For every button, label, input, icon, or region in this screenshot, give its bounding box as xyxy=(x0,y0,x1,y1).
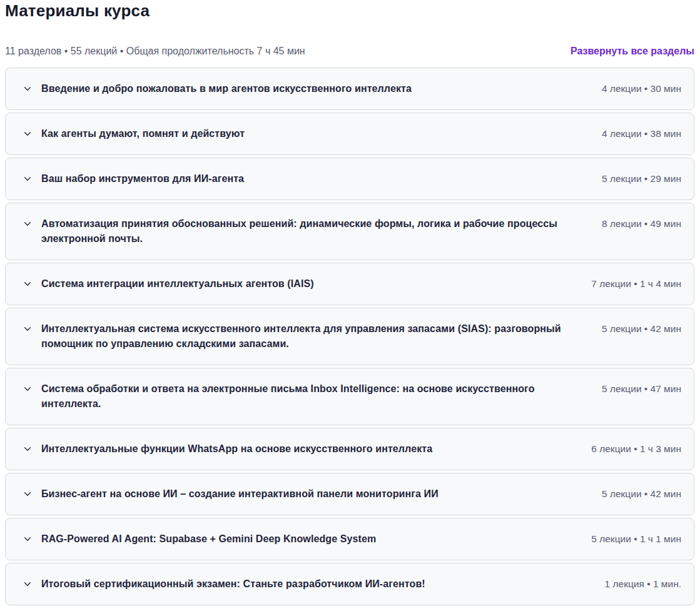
section-row-10[interactable]: RAG-Powered AI Agent: Supabase + Gemini … xyxy=(5,518,694,560)
chevron-down-icon xyxy=(23,490,32,498)
section-meta: 5 лекции • 47 мин xyxy=(602,381,681,396)
section-row-1[interactable]: Введение и добро пожаловать в мир агенто… xyxy=(5,68,694,110)
section-meta: 5 лекции • 42 мин xyxy=(602,321,681,336)
section-row-8[interactable]: Интеллектуальные функции WhatsApp на осн… xyxy=(5,428,694,470)
section-row-5[interactable]: Система интеграции интеллектуальных аген… xyxy=(5,263,694,305)
chevron-down-icon xyxy=(23,535,32,543)
section-title: Автоматизация принятия обоснованных реше… xyxy=(41,216,587,246)
section-meta: 4 лекции • 38 мин xyxy=(602,126,681,141)
section-list: Введение и добро пожаловать в мир агенто… xyxy=(5,68,694,605)
section-title: Система обработки и ответа на электронны… xyxy=(41,381,587,412)
section-row-2[interactable]: Как агенты думают, помнят и действуют 4 … xyxy=(5,113,694,155)
section-title: Ваш набор инструментов для ИИ-агента xyxy=(41,171,587,186)
course-summary: 11 разделов • 55 лекций • Общая продолжи… xyxy=(5,46,305,57)
course-content-page: Материалы курса 11 разделов • 55 лекций … xyxy=(0,1,700,605)
section-meta: 7 лекции • 1 ч 4 мин xyxy=(591,276,681,291)
section-title: Введение и добро пожаловать в мир агенто… xyxy=(41,81,587,96)
chevron-down-icon xyxy=(23,580,32,588)
chevron-down-icon xyxy=(23,174,32,183)
course-summary-row: 11 разделов • 55 лекций • Общая продолжи… xyxy=(5,46,694,57)
expand-all-sections-link[interactable]: Развернуть все разделы xyxy=(571,46,694,57)
section-title: Как агенты думают, помнят и действуют xyxy=(41,126,587,141)
section-title: Система интеграции интеллектуальных аген… xyxy=(41,276,576,291)
section-meta: 1 лекция • 1 мин. xyxy=(605,577,681,592)
chevron-down-icon xyxy=(23,325,32,333)
chevron-down-icon xyxy=(23,385,32,393)
section-meta: 5 лекции • 29 мин xyxy=(602,171,681,186)
section-row-11[interactable]: Итоговый сертификационный экзамен: Стань… xyxy=(5,563,694,605)
section-meta: 5 лекции • 42 мин xyxy=(602,487,681,502)
section-title: Итоговый сертификационный экзамен: Стань… xyxy=(41,577,590,592)
section-title: Бизнес-агент на основе ИИ – создание инт… xyxy=(41,487,587,502)
section-row-9[interactable]: Бизнес-агент на основе ИИ – создание инт… xyxy=(5,473,694,515)
chevron-down-icon xyxy=(23,220,32,228)
section-title: Интеллектуальная система искусственного … xyxy=(41,321,587,351)
page-title: Материалы курса xyxy=(5,1,694,21)
section-meta: 6 лекции • 1 ч 3 мин xyxy=(591,442,681,457)
section-meta: 4 лекции • 30 мин xyxy=(602,81,681,96)
section-row-4[interactable]: Автоматизация принятия обоснованных реше… xyxy=(5,203,694,260)
section-meta: 8 лекции • 49 мин xyxy=(602,216,681,231)
chevron-down-icon xyxy=(23,129,32,138)
section-title: Интеллектуальные функции WhatsApp на осн… xyxy=(41,442,576,457)
chevron-down-icon xyxy=(23,445,32,453)
section-row-6[interactable]: Интеллектуальная система искусственного … xyxy=(5,308,694,365)
section-title: RAG-Powered AI Agent: Supabase + Gemini … xyxy=(41,532,576,547)
chevron-down-icon xyxy=(23,84,32,93)
section-row-3[interactable]: Ваш набор инструментов для ИИ-агента 5 л… xyxy=(5,158,694,200)
section-row-7[interactable]: Система обработки и ответа на электронны… xyxy=(5,368,694,425)
chevron-down-icon xyxy=(23,280,32,288)
section-meta: 5 лекции • 1 ч 1 мин xyxy=(591,532,681,547)
